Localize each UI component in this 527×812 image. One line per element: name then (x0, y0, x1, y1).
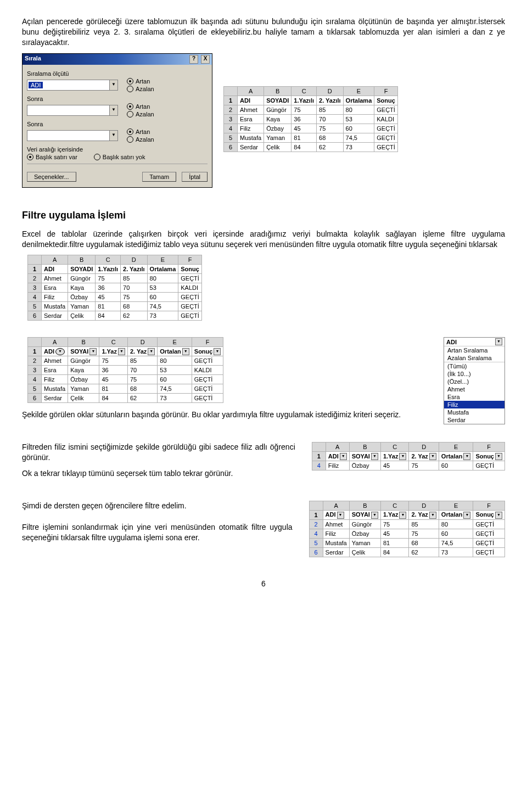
filter-arrow-icon[interactable]: ▼ (337, 512, 344, 519)
intro-paragraph: Açılan pencerede görüleceği üzere tablom… (22, 16, 505, 48)
filter-arrow-icon[interactable]: ▼ (429, 512, 436, 519)
radio-azalan-2[interactable] (127, 111, 133, 117)
sort-dialog: Sırala ? X Sıralama ölçütü ADI ▼ Artan A… (22, 53, 212, 188)
help-icon[interactable]: ? (189, 55, 198, 64)
primary-sort-label: Sıralama ölçütü (27, 70, 208, 77)
filter-arrow-icon[interactable]: ▼ (148, 348, 155, 355)
radio-artan-2-label: Artan (136, 103, 150, 110)
filter-arrow-icon[interactable]: ▼ (371, 453, 378, 460)
cancel-button[interactable]: İptal (182, 172, 208, 182)
close-icon[interactable]: X (201, 55, 210, 64)
data-table-with-filter-arrows: ABCDEF 1 ADI▼ SOYAI▼ 1.Yaz▼ 2. Yaz▼ Orta… (27, 337, 223, 403)
chevron-down-icon[interactable]: ▼ (109, 105, 117, 115)
dropdown-item[interactable]: (Özel...) (444, 378, 504, 385)
radio-artan-1-label: Artan (136, 78, 150, 85)
dropdown-item[interactable]: Artan Sıralama (444, 346, 504, 354)
dropdown-item-selected[interactable]: Filiz (444, 401, 504, 408)
radio-artan-2[interactable] (127, 103, 133, 110)
radio-azalan-3-label: Azalan (136, 136, 154, 143)
radio-baslik-yok-label: Başlık satırı yok (103, 154, 145, 160)
filter-arrow-icon[interactable]: ▼ (182, 348, 189, 355)
radio-azalan-2-label: Azalan (136, 111, 154, 117)
sonra-label-2: Sonra (27, 121, 208, 127)
radio-baslik-var-label: Başlık satırı var (36, 154, 77, 160)
filtered-gecti-table: ABCDEF 1 ADI▼ SOYAI▼ 1.Yaz▼ 2. Yaz▼ Orta… (309, 501, 505, 557)
dropdown-item[interactable]: Azalan Sıralama (444, 354, 504, 362)
filter-arrows-paragraph: Şekilde görülen oklar sütunların başında… (22, 410, 427, 420)
radio-baslik-yok[interactable] (94, 154, 100, 160)
radio-artan-1[interactable] (127, 78, 133, 85)
filter-arrow-icon[interactable]: ▼ (429, 453, 436, 460)
filter-arrow-icon[interactable]: ▼ (55, 348, 65, 355)
veri-header-label: Veri aralığı içerisinde (27, 146, 208, 153)
filter-arrow-icon[interactable]: ▼ (495, 512, 502, 519)
radio-artan-3-label: Artan (136, 128, 150, 135)
dropdown-header: ADI (446, 339, 457, 345)
options-button[interactable]: Seçenekler... (27, 172, 76, 182)
filter-arrow-icon[interactable]: ▼ (463, 453, 470, 460)
filiz-paragraph-1: Filtreden filiz ismini seçtiğimizde şeki… (22, 442, 295, 463)
sonra-combo-1[interactable]: ▼ (27, 105, 118, 116)
radio-baslik-var[interactable] (27, 154, 33, 160)
sorted-table: ABCDEF 1ADISOYADI1.Yazılı2. YazılıOrtala… (223, 86, 398, 152)
chevron-down-icon[interactable]: ▼ (109, 80, 117, 90)
filter-arrow-icon[interactable]: ▼ (495, 338, 502, 345)
filter-arrow-icon[interactable]: ▼ (89, 348, 97, 355)
dropdown-item[interactable]: Mustafa (444, 408, 504, 416)
chevron-down-icon[interactable]: ▼ (109, 131, 117, 141)
filter-arrow-icon[interactable]: ▼ (340, 453, 347, 460)
filter-arrow-icon[interactable]: ▼ (371, 512, 378, 519)
filter-intro-paragraph: Excel de tablolar üzerinde çalışırken bi… (22, 229, 505, 250)
data-table-plain: ABCDEF 1ADISOYADI1.Yazılı2. YazılıOrtala… (27, 255, 202, 321)
filter-arrow-icon[interactable]: ▼ (463, 512, 470, 519)
radio-azalan-3[interactable] (127, 136, 133, 143)
radio-artan-3[interactable] (127, 128, 133, 135)
filter-arrow-icon[interactable]: ▼ (118, 348, 125, 355)
sonra-combo-2[interactable]: ▼ (27, 130, 118, 141)
filiz-paragraph-2: Ok a tekrar tıklayıp tümünü seçersek tüm… (22, 468, 295, 479)
dropdown-item[interactable]: Serdar (444, 416, 504, 424)
dropdown-item[interactable]: (İlk 10...) (444, 370, 504, 378)
page-number: 6 (22, 579, 505, 588)
filter-dropdown-menu: ADI▼ Artan Sıralama Azalan Sıralama (Tüm… (444, 337, 505, 424)
ok-button[interactable]: Tamam (142, 172, 176, 182)
dropdown-item[interactable]: Esra (444, 393, 504, 401)
dialog-titlebar: Sırala ? X (23, 54, 212, 65)
gecti-paragraph: Şimdi de dersten geçen öğrencilere filtr… (22, 501, 293, 511)
sonra-label-1: Sonra (27, 96, 208, 102)
radio-azalan-1[interactable] (127, 86, 133, 92)
primary-sort-combo[interactable]: ADI ▼ (27, 80, 118, 91)
filter-arrow-icon[interactable]: ▼ (495, 453, 502, 460)
dialog-title-text: Sırala (25, 55, 41, 64)
primary-sort-value: ADI (29, 82, 43, 88)
end-filter-paragraph: Filtre işlemini sonlandırmak için yine v… (22, 522, 293, 543)
radio-azalan-1-label: Azalan (136, 86, 154, 92)
filter-arrow-icon[interactable]: ▼ (399, 512, 406, 519)
filter-arrow-icon[interactable]: ▼ (399, 453, 406, 460)
section-title-filter: Filtre uygulama İşlemi (22, 210, 505, 221)
filtered-filiz-table: ABCDEF 1 ADI▼ SOYAI▼ 1.Yaz▼ 2. Yaz▼ Orta… (312, 442, 505, 471)
dropdown-item[interactable]: Ahmet (444, 385, 504, 393)
filter-arrow-icon[interactable]: ▼ (214, 348, 221, 355)
dropdown-item[interactable]: (Tümü) (444, 362, 504, 370)
